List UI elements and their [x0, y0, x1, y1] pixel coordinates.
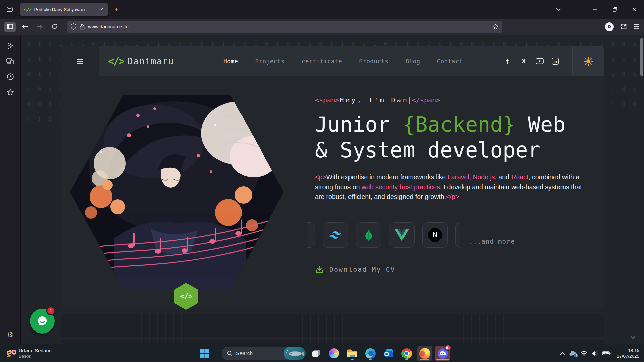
tab-favicon-code-icon: </> — [24, 7, 31, 12]
clock-time: 18:15 — [616, 348, 639, 353]
hero-hexagon-portrait: </> — [70, 95, 284, 290]
lock-icon[interactable] — [80, 24, 85, 30]
volume-icon[interactable] — [591, 351, 598, 356]
laravel-link[interactable]: Laravel — [448, 173, 469, 181]
nav-projects[interactable]: Projects — [255, 58, 284, 65]
site-header: </> Danimaru Home Projects certificate P… — [61, 46, 604, 76]
browser-titlebar: </> Portfolio Dany Setiyawan ✕ + — [0, 0, 644, 19]
theme-toggle-button[interactable] — [572, 46, 604, 76]
tray-chevron-up-icon[interactable] — [560, 352, 565, 355]
taskbar-clock[interactable]: 18:15 27/07/2025 — [616, 348, 639, 359]
search-icon — [227, 350, 233, 356]
back-button[interactable] — [19, 21, 31, 33]
browser-tab[interactable]: </> Portfolio Dany Setiyawan ✕ — [20, 3, 108, 16]
window-close-button[interactable] — [625, 0, 644, 19]
site-logo[interactable]: </> Danimaru — [108, 55, 174, 67]
taskbar-weather-widget[interactable]: 4 Udara: Sedang Besok — [0, 348, 87, 359]
start-button[interactable] — [196, 346, 212, 361]
mongodb-icon — [362, 228, 375, 242]
history-clock-icon[interactable] — [4, 70, 17, 83]
ai-chatbot-sparkle-icon[interactable] — [4, 40, 17, 52]
facebook-icon[interactable]: f — [503, 57, 512, 65]
nav-certificate[interactable]: certificate — [302, 58, 342, 65]
settings-gear-icon[interactable]: ⚙ — [7, 330, 13, 339]
react-link[interactable]: React — [511, 173, 528, 181]
tab-close-icon[interactable]: ✕ — [98, 6, 105, 13]
weather-badge: 4 — [11, 349, 17, 355]
p-open-tag: <p> — [315, 173, 326, 181]
battery-charging-icon[interactable] — [602, 351, 611, 356]
nav-products[interactable]: Products — [359, 58, 388, 65]
new-tab-button[interactable]: + — [111, 4, 122, 15]
page-scrollbar-thumb[interactable] — [640, 38, 643, 76]
title-highlight: {Backend} — [402, 112, 515, 137]
forward-button[interactable] — [34, 21, 45, 33]
search-highlight-image[interactable] — [284, 347, 305, 360]
outlook-button[interactable] — [381, 346, 396, 361]
tracking-shield-icon[interactable] — [71, 23, 76, 30]
nav-home[interactable]: Home — [223, 58, 238, 65]
windows-logo-icon — [200, 349, 209, 358]
outlook-icon — [383, 349, 393, 358]
onedrive-icon[interactable] — [569, 350, 577, 356]
tab-overflow-chevron-icon[interactable] — [553, 4, 564, 15]
security-link[interactable]: web security best practices — [362, 183, 440, 191]
x-twitter-icon[interactable]: X — [520, 57, 528, 65]
download-cv-label: Download My CV — [329, 265, 395, 274]
reload-button[interactable] — [49, 21, 60, 33]
chat-widget-button[interactable]: 1 — [30, 309, 55, 334]
bookmark-star-icon[interactable] — [493, 24, 499, 30]
system-tray: 18:15 27/07/2025 — [560, 344, 644, 362]
search-label: Search — [236, 350, 284, 356]
weather-line2: Besok — [19, 354, 52, 359]
page-viewport: 0 1 0 1 1 1 0 1 1 1 1 1 1 1 0 0 0 1 1 1 … — [21, 35, 644, 344]
taskbar-search-box[interactable]: Search — [222, 347, 306, 360]
extensions-puzzle-icon[interactable] — [621, 23, 627, 30]
chrome-button[interactable] — [399, 346, 414, 361]
copilot-button[interactable] — [326, 346, 342, 361]
menu-hamburger-icon[interactable] — [634, 24, 639, 29]
tech-card-partial-bracket: ) — [307, 222, 315, 248]
url-text[interactable]: www.danimaru.site — [88, 24, 493, 29]
site-nav: Home Projects certificate Products Blog … — [223, 58, 463, 65]
url-bar[interactable]: www.danimaru.site — [67, 21, 502, 33]
weather-line1: Udara: Sedang — [19, 348, 52, 353]
tab-title: Portfolio Dany Setiyawan — [34, 7, 98, 12]
nav-contact[interactable]: Contact — [437, 58, 463, 65]
edge-button[interactable] — [363, 346, 378, 361]
site-menu-button[interactable] — [61, 46, 99, 76]
windows-taskbar: 4 Udara: Sedang Besok Search — [0, 344, 644, 362]
firefox-view-icon[interactable] — [4, 4, 15, 15]
file-explorer-icon — [347, 349, 358, 358]
synced-tabs-devices-icon[interactable] — [4, 55, 17, 68]
hero-description: <p>With expertise in modern frameworks l… — [315, 172, 585, 202]
nodejs-link[interactable]: Node.js — [473, 173, 495, 181]
window-minimize-button[interactable] — [586, 0, 605, 19]
firefox-icon — [419, 348, 430, 359]
hero-typed-line: <span>Hey, I'm Dan|</span> — [315, 96, 590, 104]
tech-card-nextjs: N — [422, 222, 448, 248]
sidebar-toggle-button[interactable] — [4, 22, 16, 32]
typing-caret: | — [407, 96, 411, 104]
youtube-icon[interactable] — [536, 57, 544, 65]
wifi-icon[interactable] — [580, 351, 588, 356]
tech-more-label: ...and more — [469, 238, 515, 248]
download-cv-button[interactable]: Download My CV — [315, 265, 590, 274]
scroll-down-hint-icon — [631, 336, 635, 339]
file-explorer-button[interactable] — [344, 346, 360, 361]
social-links: f X in — [503, 57, 559, 65]
profile-avatar[interactable]: D — [605, 22, 614, 31]
vue-icon — [395, 229, 409, 241]
nav-blog[interactable]: Blog — [405, 58, 420, 65]
discord-button[interactable]: 9+ — [435, 346, 450, 361]
task-view-button[interactable] — [308, 346, 324, 361]
hexagon-code-badge: </> — [174, 283, 199, 310]
hero-title: Junior {Backend} Web & System developer — [315, 112, 577, 163]
chat-bubble-icon — [36, 314, 49, 328]
window-restore-button[interactable] — [605, 0, 625, 19]
linkedin-icon[interactable]: in — [552, 58, 559, 65]
bookmarks-star-icon[interactable] — [4, 86, 17, 99]
firefox-button[interactable] — [417, 346, 432, 361]
edge-icon — [365, 348, 376, 359]
task-view-icon — [312, 349, 320, 358]
